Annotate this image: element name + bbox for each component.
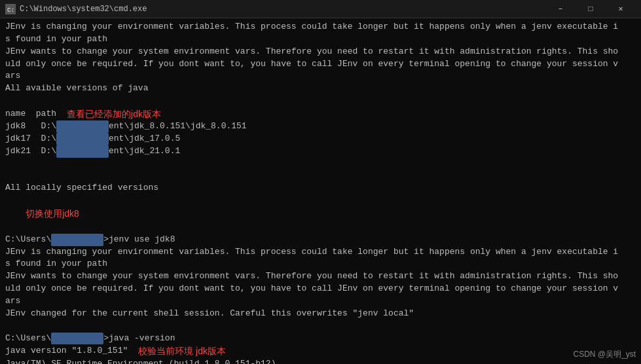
svg-text:C:: C: (7, 7, 14, 14)
terminal-output: JEnv is changing your environment variab… (0, 18, 641, 364)
terminal-line: s found in your path (5, 258, 636, 270)
terminal-line: jdk21 D:\__________ent\jdk_21.0.1 (5, 145, 636, 158)
terminal-line: jdk17 D:\__________ent\jdk_17.0.5 (5, 133, 636, 145)
terminal-blank (5, 170, 636, 183)
terminal-line: JEnv changed for the current shell sessi… (5, 308, 636, 320)
watermark: CSDN @吴明_yst (573, 349, 636, 360)
terminal-line: name path 查看已经添加的jdk版本 (5, 107, 636, 120)
minimize-button[interactable]: – (545, 0, 576, 18)
terminal-line: s found in your path (5, 33, 636, 46)
annotation-verify-jdk: 校验当前环境 jdk版本 (138, 344, 226, 357)
terminal-prompt: C:\Users\________>jenv use jdk8 (5, 234, 636, 246)
annotation-switch-jdk8: 切换使用jdk8 (26, 208, 79, 219)
terminal-line: uld only once be required. If you dont w… (5, 58, 636, 71)
blurred-username: ________ (51, 234, 103, 246)
terminal-line: jdk8 D:\__________ent\jdk_8.0.151\jdk_8.… (5, 120, 636, 133)
terminal-blank (5, 158, 636, 170)
cmd-icon: C: (5, 4, 16, 14)
terminal-line: JEnv is changing your environment variab… (5, 21, 636, 33)
window-controls[interactable]: – □ ✕ (545, 0, 636, 18)
terminal-line: JEnv wants to change your system environ… (5, 46, 636, 58)
title-bar: C: C:\Windows\system32\cmd.exe – □ ✕ (0, 0, 641, 18)
terminal-line: JEnv wants to change your system environ… (5, 270, 636, 283)
terminal-blank (5, 95, 636, 107)
blurred-path: __________ (56, 145, 109, 158)
terminal-line: JEnv is changing your environment variab… (5, 246, 636, 259)
terminal-line: ars (5, 295, 636, 308)
terminal-line: 切换使用jdk8 (5, 194, 636, 234)
blurred-username: ________ (51, 333, 103, 345)
terminal-line: java version "1.8.0_151" 校验当前环境 jdk版本 (5, 344, 636, 357)
terminal-line: uld only once be required. If you dont w… (5, 283, 636, 295)
terminal-line: ars (5, 70, 636, 82)
blurred-path: __________ (56, 133, 109, 145)
java-version-text: java version "1.8.0_151" (5, 345, 128, 357)
window-title: C:\Windows\system32\cmd.exe (20, 5, 147, 14)
annotation-jdk-list: 查看已经添加的jdk版本 (67, 107, 161, 120)
terminal-line: All locally specified versions (5, 182, 636, 194)
header-text: name path (5, 108, 56, 120)
terminal-line: All avaible versions of java (5, 82, 636, 95)
close-button[interactable]: ✕ (606, 0, 636, 18)
terminal-line: Java(TM) SE Runtime Environment (build 1… (5, 358, 636, 364)
terminal-blank (5, 320, 636, 333)
maximize-button[interactable]: □ (576, 0, 606, 18)
terminal-prompt: C:\Users\________>java -version (5, 333, 636, 345)
blurred-path: __________ (56, 120, 109, 133)
title-bar-left: C: C:\Windows\system32\cmd.exe (5, 4, 147, 14)
